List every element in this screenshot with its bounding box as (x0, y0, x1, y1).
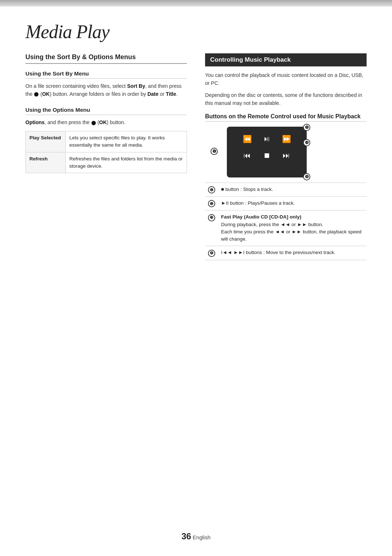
description-table: ❶ ■ button : Stops a track. ❷ ►II button… (205, 183, 367, 260)
callout-4: ❹ (303, 173, 310, 180)
desc-row-4: ❹ I◄◄ ►►I buttons : Move to the previous… (205, 246, 367, 260)
page-container: Media Play Using the Sort By & Options M… (0, 7, 392, 289)
options-menu-body: Options, and then press the (OK) button. (25, 119, 187, 127)
desc-row-3: ❸ Fast Play (Audio CD [CD-DA] only) Duri… (205, 210, 367, 246)
desc-num-4: ❹ (205, 246, 218, 260)
table-row: Refresh Refreshes the files and folders … (26, 152, 187, 173)
page-footer: 36 English (0, 531, 392, 541)
ok-circle-icon (34, 92, 38, 97)
remote-diagram: ❶ ⏪ ⏯ ⏩ ⏮ ⏹ ⏭ ❷ (209, 127, 367, 177)
remote-body: ⏪ ⏯ ⏩ ⏮ ⏹ ⏭ ❷ ❸ ❹ (227, 127, 307, 177)
left-column: Using the Sort By & Options Menus Using … (25, 53, 187, 260)
callout-1: ❶ (211, 148, 218, 155)
desc-text-2: ►II button : Plays/Pauses a track. (218, 197, 367, 210)
remote-bottom-row: ⏮ ⏹ ⏭ (234, 150, 299, 162)
desc-text-3: Fast Play (Audio CD [CD-DA] only) During… (218, 210, 367, 246)
callout-3: ❸ (303, 139, 310, 146)
table-label-refresh: Refresh (26, 152, 66, 173)
callout-2: ❷ (303, 124, 310, 131)
desc-text-1: ■ button : Stops a track. (218, 183, 367, 196)
table-label-play-selected: Play Selected (26, 131, 66, 152)
table-desc-refresh: Refreshes the files and folders list fro… (66, 152, 187, 173)
play-pause-button: ⏯ (261, 133, 273, 145)
rewind-button: ⏪ (241, 133, 253, 145)
table-row: Play Selected Lets you select specific f… (26, 131, 187, 152)
ok-circle-icon-2 (91, 121, 96, 125)
skip-forward-button: ⏭ (281, 150, 292, 162)
sort-by-body: On a file screen containing video files,… (25, 82, 187, 98)
two-column-layout: Using the Sort By & Options Menus Using … (25, 53, 367, 260)
options-menu-heading: Using the Options Menu (25, 107, 187, 115)
controlling-music-heading: Controlling Music Playback (205, 53, 367, 66)
intro-text-2: Depending on the disc or contents, some … (205, 91, 367, 107)
buttons-heading: Buttons on the Remote Control used for M… (205, 113, 367, 122)
right-column: Controlling Music Playback You can contr… (205, 53, 367, 260)
desc-row-1: ❶ ■ button : Stops a track. (205, 183, 367, 196)
desc-text-4: I◄◄ ►►I buttons : Move to the previous/n… (218, 246, 367, 260)
desc-row-2: ❷ ►II button : Plays/Pauses a track. (205, 197, 367, 210)
desc-num-2: ❷ (205, 197, 218, 210)
top-gradient-bar (0, 0, 392, 7)
skip-back-button: ⏮ (241, 150, 253, 162)
table-desc-play-selected: Lets you select specific files to play. … (66, 131, 187, 152)
sort-by-heading: Using the Sort By Menu (25, 70, 187, 79)
stop-button: ⏹ (261, 150, 273, 162)
desc-num-1: ❶ (205, 183, 218, 196)
desc-num-3: ❸ (205, 210, 218, 246)
intro-text-1: You can control the playback of music co… (205, 71, 367, 87)
page-title: Media Play (25, 21, 367, 42)
page-number: 36 (181, 531, 191, 541)
sort-by-section: Using the Sort By Menu On a file screen … (25, 70, 187, 98)
remote-top-row: ⏪ ⏯ ⏩ (234, 133, 299, 145)
options-table: Play Selected Lets you select specific f… (25, 131, 187, 173)
language-label: English (193, 534, 211, 540)
sort-options-main-heading: Using the Sort By & Options Menus (25, 53, 187, 64)
options-menu-section: Using the Options Menu Options, and then… (25, 107, 187, 173)
fast-forward-button: ⏩ (281, 133, 292, 145)
